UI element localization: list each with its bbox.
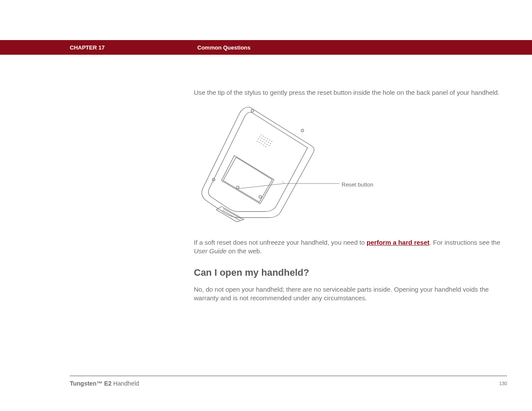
chapter-title: Common Questions: [197, 44, 251, 51]
chapter-header-bar: CHAPTER 17 Common Questions: [0, 40, 532, 55]
para2-text-post2: on the web.: [227, 247, 262, 255]
para2-text-post1: . For instructions see the: [429, 239, 500, 246]
footer-product-name: Tungsten™ E2 Handheld: [70, 380, 139, 387]
section-heading: Can I open my handheld?: [194, 266, 502, 279]
footer-divider: [70, 376, 507, 376]
svg-line-31: [282, 181, 284, 184]
svg-line-30: [238, 184, 284, 189]
main-content: Use the tip of the stylus to gently pres…: [194, 82, 502, 309]
reset-button-callout-label: Reset button: [342, 181, 373, 188]
open-handheld-paragraph: No, do not open your handheld; there are…: [194, 285, 502, 302]
footer-product-rest: Handheld: [112, 380, 139, 387]
device-figure: Reset button: [194, 105, 502, 232]
para2-text-pre: If a soft reset does not unfreeze your h…: [194, 239, 367, 246]
callout-lines: [194, 105, 409, 228]
instruction-paragraph: Use the tip of the stylus to gently pres…: [194, 88, 502, 97]
user-guide-italic: User Guide: [194, 247, 227, 255]
perform-hard-reset-link[interactable]: perform a hard reset: [367, 239, 429, 246]
chapter-label: CHAPTER 17: [70, 44, 105, 51]
hard-reset-paragraph: If a soft reset does not unfreeze your h…: [194, 238, 502, 255]
page-number: 130: [499, 381, 507, 386]
footer-product-bold: Tungsten™ E2: [70, 380, 112, 387]
